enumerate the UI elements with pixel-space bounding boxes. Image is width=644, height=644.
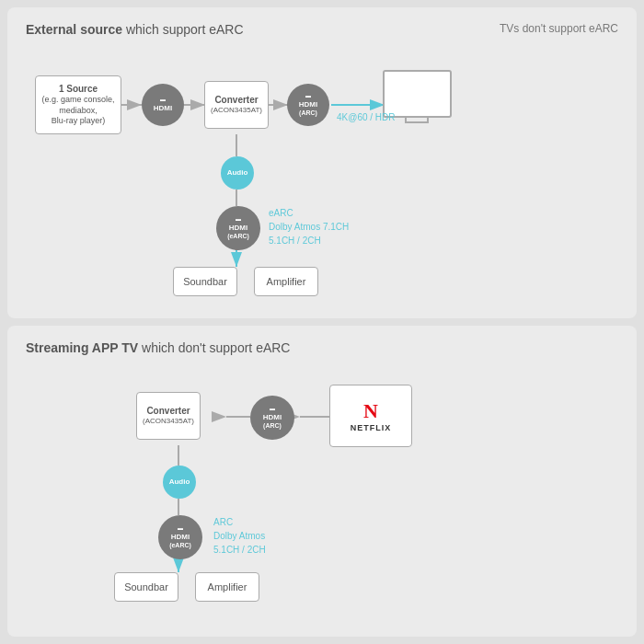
converter2-sub: (ACON3435AT) [143,417,194,426]
panel2-title-normal: which don't support eARC [138,340,290,355]
audio1-label: Audio [227,168,248,178]
hdmi-arc-label: HDMI [263,413,282,422]
amplifier2-box: Amplifier [195,572,259,602]
hdmi1-label: HDMI [154,104,172,113]
hdmi-earc-circle: ▬ HDMI (eARC) [158,515,202,559]
netflix-icon: N [351,399,392,423]
source-line1: 1 Source [59,83,98,95]
hdmi-arc-sub: (ARC) [263,422,282,430]
panel-external-source: External source which support eARC TVs d… [7,7,637,318]
soundbar2-label: Soundbar [124,581,168,593]
hdmi2-sub: (ARC) [299,109,317,117]
audio2-circle: Audio [163,466,196,499]
source-line2: (e.g. game console, [41,95,114,106]
converter1-sub: (ACON3435AT) [211,106,262,115]
panel1-title-bold: External source [26,22,122,37]
netflix-box: N NETFLIX [329,385,412,447]
hdmi-earc-sub: (eARC) [169,542,191,549]
source-box: 1 Source (e.g. game console, mediabox, B… [35,75,121,134]
converter1-label: Converter [214,94,258,106]
hdmi3-label: HDMI [229,224,247,233]
converter2-label: Converter [146,405,190,417]
audio1-circle: Audio [221,156,254,190]
converter2-box: Converter (ACON3435AT) [136,392,201,440]
converter1-box: Converter (ACON3435AT) [204,81,269,129]
diagram1: 1 Source (e.g. game console, mediabox, B… [26,48,618,302]
netflix-label: NETFLIX [351,423,392,432]
tv-stand [405,118,429,123]
hdmi-earc-label: HDMI [171,533,190,542]
hdmi-arc-circle: ▬ HDMI (ARC) [250,396,294,440]
soundbar1-box: Soundbar [173,267,237,296]
diagram2: Converter (ACON3435AT) ▬ HDMI (ARC) N NE… [26,366,618,620]
hdmi3-sub: (eARC) [227,233,249,240]
amplifier1-label: Amplifier [267,275,306,288]
audio2-formats: ARC Dolby Atmos 5.1CH / 2CH [213,515,266,557]
audio1-formats: eARC Dolby Atmos 7.1CH 5.1CH / 2CH [269,206,349,247]
hdmi1-circle: ▬ HDMI [142,84,184,126]
soundbar2-box: Soundbar [114,572,178,602]
hdmi3-circle: ▬ HDMI (eARC) [216,206,260,250]
amplifier2-label: Amplifier [208,581,247,593]
hdmi2-circle: ▬ HDMI (ARC) [287,84,329,126]
tv-label: TVs don't support eARC [500,22,618,35]
main-container: External source which support eARC TVs d… [0,0,644,644]
panel-streaming: Streaming APP TV which don't support eAR… [7,326,637,637]
panel2-title: Streaming APP TV which don't support eAR… [26,340,618,355]
hdmi2-label: HDMI [299,100,317,109]
panel2-title-bold: Streaming APP TV [26,340,138,355]
panel1-title-normal: which support eARC [122,22,244,37]
video-label: 4K@60 / HDR [337,110,396,124]
panel1-title: External source which support eARC TVs d… [26,22,618,37]
soundbar1-label: Soundbar [183,275,227,288]
amplifier1-box: Amplifier [254,267,318,296]
source-line3: mediabox, [59,106,98,117]
audio2-label: Audio [169,477,190,487]
source-line4: Blu-ray player) [52,116,106,127]
